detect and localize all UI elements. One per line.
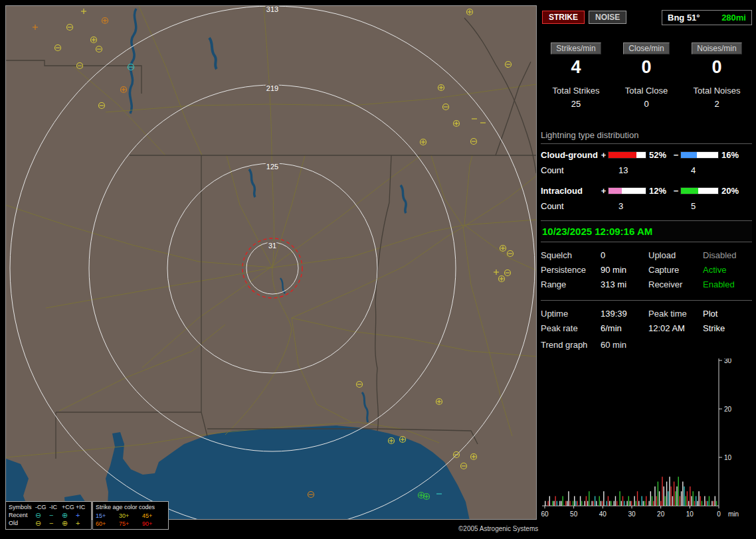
x-tick-label: 20 xyxy=(657,510,665,518)
intracloud-row: Intracloud + 12% − 20% xyxy=(541,186,752,196)
rate-stats: Strikes/min 4 Total Strikes 25 Close/min… xyxy=(541,42,752,109)
trend-bar xyxy=(697,501,698,506)
trend-bar xyxy=(641,496,642,506)
trend-bar xyxy=(568,491,569,506)
trend-bar xyxy=(669,477,670,506)
trend-bar xyxy=(636,501,636,506)
total-strikes-label: Total Strikes xyxy=(541,86,611,96)
strike-map[interactable]: 31321912531 xyxy=(5,5,537,520)
trend-bar xyxy=(687,491,688,506)
cloud-ground-count-row: Count 13 4 xyxy=(541,165,752,175)
trend-graph-value: 60 min xyxy=(601,340,752,350)
trend-bar xyxy=(713,501,713,506)
strike-mode-button[interactable]: STRIKE xyxy=(542,11,585,24)
trend-bar xyxy=(681,491,682,506)
trend-graph-label: Trend graph xyxy=(541,340,601,350)
legend-row-label: Recent xyxy=(9,511,35,519)
uptime-grid: Uptime 139:39 Peak time Plot Peak rate 6… xyxy=(541,309,752,333)
trend-bar xyxy=(686,496,686,506)
trend-bar xyxy=(644,501,645,506)
trend-bar xyxy=(559,501,560,506)
trend-bar xyxy=(614,501,614,506)
trend-bar xyxy=(630,501,630,506)
trend-bar xyxy=(700,496,701,506)
trend-bar xyxy=(656,496,656,506)
legend-symbols-header: Symbols-CG-IC+CG+IC xyxy=(9,503,88,511)
cg-negative-pct: 16% xyxy=(719,150,740,160)
trend-bar xyxy=(665,496,666,506)
minus-sign: − xyxy=(672,150,680,160)
ic-negative-count: 5 xyxy=(680,201,719,211)
trend-bar xyxy=(573,501,573,506)
trend-bar xyxy=(592,501,593,506)
age-code: 75+ xyxy=(119,520,142,528)
cg-positive-pct: 52% xyxy=(646,150,672,160)
trend-bar xyxy=(616,501,617,506)
noise-mode-button[interactable]: NOISE xyxy=(589,11,626,24)
trend-bar xyxy=(658,482,658,506)
receiver-status: Enabled xyxy=(703,279,752,289)
range-ring-label: 125 xyxy=(266,163,278,171)
trend-bar xyxy=(634,496,634,506)
trend-bar xyxy=(549,496,550,506)
x-tick-label: 40 xyxy=(599,510,607,518)
trend-bar xyxy=(660,501,661,506)
x-tick-label: 50 xyxy=(570,510,578,518)
squelch-value: 0 xyxy=(601,250,648,260)
x-axis-unit: min xyxy=(728,510,739,518)
cg-negative-count: 4 xyxy=(680,165,719,175)
age-code: 90+ xyxy=(142,520,165,528)
trend-bar xyxy=(562,496,563,506)
trend-bar xyxy=(666,482,667,506)
bearing-value: Bng 51° xyxy=(668,13,700,23)
trend-bar xyxy=(637,491,638,506)
uptime-value: 139:39 xyxy=(601,309,648,319)
trend-graph: 1020306050403020100min xyxy=(541,358,752,531)
upload-status: Disabled xyxy=(703,250,752,260)
intracloud-label: Intracloud xyxy=(541,186,599,196)
map-legend: Symbols-CG-IC+CG+IC Recent⊖−⊕+ Old⊖−⊕+ S… xyxy=(5,501,169,530)
persistence-value: 90 min xyxy=(601,265,648,275)
count-label: Count xyxy=(541,201,599,211)
receiver-label: Receiver xyxy=(648,279,703,289)
legend-age-box: Strike age color codes 15+30+45+60+75+90… xyxy=(92,501,169,530)
strikes-per-min-button[interactable]: Strikes/min xyxy=(551,42,601,54)
trend-bar xyxy=(593,501,594,506)
trend-bar xyxy=(691,496,692,506)
trend-bar xyxy=(552,501,553,506)
datetime-display: 10/23/2025 12:09:16 AM xyxy=(541,220,752,242)
trend-bar xyxy=(653,501,654,506)
total-close-value: 0 xyxy=(611,99,682,109)
trend-bar xyxy=(615,496,616,506)
trend-bar xyxy=(668,491,668,506)
legend-symbols-box: Symbols-CG-IC+CG+IC Recent⊖−⊕+ Old⊖−⊕+ xyxy=(5,501,92,530)
uptime-label: Uptime xyxy=(541,309,601,319)
close-column: Close/min 0 Total Close 0 xyxy=(611,42,682,109)
age-code: 45+ xyxy=(142,512,165,520)
close-per-min-button[interactable]: Close/min xyxy=(623,42,669,54)
trend-bar xyxy=(581,501,582,506)
trend-bar xyxy=(601,501,601,506)
mode-toolbar: STRIKE NOISE Bng 51° 280mi xyxy=(542,9,752,25)
trend-bar xyxy=(648,501,649,506)
legend-strike-symbol: − xyxy=(49,520,62,527)
trend-bar xyxy=(580,496,581,506)
trend-bar xyxy=(596,501,597,506)
settings-grid: Squelch 0 Upload Disabled Persistence 90… xyxy=(541,250,752,289)
x-tick-label: 60 xyxy=(541,510,549,518)
strikes-per-min-value: 4 xyxy=(541,57,611,78)
age-code: 15+ xyxy=(96,512,119,520)
trend-bar xyxy=(715,496,715,506)
noises-per-min-button[interactable]: Noises/min xyxy=(692,42,741,54)
plus-sign: + xyxy=(599,186,608,196)
upload-label: Upload xyxy=(648,250,703,260)
legend-strike-symbol: + xyxy=(76,512,88,519)
ic-positive-bar xyxy=(608,187,646,194)
trend-bar xyxy=(702,501,702,506)
trend-bar xyxy=(569,501,570,506)
trend-bar xyxy=(607,501,607,506)
trend-bar xyxy=(662,477,662,506)
trend-bar xyxy=(584,501,585,506)
trend-bar xyxy=(589,491,589,506)
trend-bar xyxy=(622,496,623,506)
